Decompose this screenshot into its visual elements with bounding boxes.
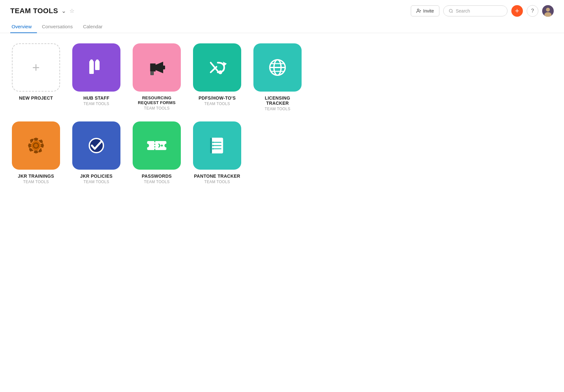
project-pantone[interactable]: PANTONE TRACKER TEAM TOOLS — [191, 121, 243, 184]
projects-grid: + New Project HUB STAFF TEAM TOOLS — [10, 43, 554, 184]
project-parent: TEAM TOOLS — [204, 102, 230, 106]
project-pdfs[interactable]: PDFs/HOW-TO's TEAM TOOLS — [191, 43, 243, 111]
project-name: New Project — [19, 95, 53, 101]
project-jkr-trainings[interactable]: JKR TRAININGS TEAM TOOLS — [10, 121, 62, 184]
project-licensing[interactable]: LICENSINGTRACKER TEAM TOOLS — [252, 43, 303, 111]
jkr-trainings-icon — [12, 121, 60, 170]
svg-point-11 — [90, 59, 93, 63]
svg-point-30 — [145, 144, 149, 147]
svg-point-41 — [212, 145, 214, 146]
avatar[interactable] — [542, 5, 554, 17]
svg-point-10 — [96, 59, 99, 63]
star-icon[interactable]: ☆ — [69, 7, 75, 14]
project-parent: TEAM TOOLS — [23, 180, 49, 184]
svg-line-4 — [452, 12, 453, 13]
main-content: + New Project HUB STAFF TEAM TOOLS — [0, 33, 564, 194]
search-placeholder: Search — [456, 8, 470, 13]
project-resourcing[interactable]: RESOURCINGREQUEST FORMS TEAM TOOLS — [131, 43, 182, 111]
project-name: JKR TRAININGS — [18, 174, 54, 179]
project-parent: TEAM TOOLS — [84, 180, 109, 184]
svg-point-17 — [218, 70, 222, 74]
tab-overview[interactable]: Overview — [10, 21, 37, 33]
svg-point-3 — [449, 9, 452, 12]
pantone-icon — [193, 121, 241, 170]
svg-rect-8 — [89, 61, 94, 74]
project-name: HUB STAFF — [84, 95, 110, 101]
tab-calendar[interactable]: Calendar — [82, 21, 108, 33]
invite-button[interactable]: Invite — [411, 5, 439, 16]
svg-point-34 — [161, 145, 163, 147]
project-name: PDFs/HOW-TO's — [198, 95, 236, 101]
pdfs-icon — [193, 43, 241, 92]
svg-point-31 — [164, 144, 168, 147]
svg-rect-36 — [210, 138, 212, 153]
svg-point-6 — [546, 8, 550, 12]
svg-point-40 — [212, 141, 214, 143]
invite-label: Invite — [423, 8, 434, 13]
passwords-icon — [133, 121, 181, 170]
svg-rect-13 — [150, 71, 154, 75]
chevron-down-icon[interactable]: ⌄ — [61, 7, 66, 14]
project-name: PASSWORDS — [142, 174, 172, 179]
tab-conversations[interactable]: Conversations — [41, 21, 78, 33]
project-name: RESOURCINGREQUEST FORMS — [138, 95, 175, 105]
project-parent: TEAM TOOLS — [144, 180, 170, 184]
svg-rect-14 — [163, 66, 165, 69]
svg-marker-12 — [150, 64, 155, 71]
invite-icon — [416, 8, 421, 13]
jkr-policies-icon — [72, 121, 120, 170]
svg-point-26 — [34, 144, 38, 147]
licensing-icon — [253, 43, 302, 92]
svg-rect-29 — [147, 141, 166, 150]
project-name: JKR POLICIES — [80, 174, 113, 179]
project-new[interactable]: + New Project — [10, 43, 62, 111]
app-header: TEAM TOOLS ⌄ ☆ Invite Search + ? — [0, 0, 564, 17]
svg-point-0 — [417, 9, 419, 11]
header-left: TEAM TOOLS ⌄ ☆ — [10, 7, 75, 15]
project-parent: TEAM TOOLS — [84, 102, 109, 106]
search-box[interactable]: Search — [443, 5, 507, 16]
project-parent: TEAM TOOLS — [265, 107, 290, 111]
search-icon — [449, 9, 453, 13]
new-project-icon: + — [12, 43, 60, 92]
project-parent: TEAM TOOLS — [204, 180, 230, 184]
project-name: PANTONE TRACKER — [194, 174, 240, 179]
hub-staff-icon — [72, 43, 120, 92]
team-title: TEAM TOOLS — [10, 7, 58, 15]
header-right: Invite Search + ? — [411, 5, 554, 17]
project-passwords[interactable]: PASSWORDS TEAM TOOLS — [131, 121, 182, 184]
svg-point-42 — [212, 148, 214, 149]
project-jkr-policies[interactable]: JKR POLICIES TEAM TOOLS — [71, 121, 122, 184]
help-button[interactable]: ? — [527, 5, 538, 17]
nav-tabs: Overview Conversations Calendar — [0, 21, 564, 33]
project-parent: TEAM TOOLS — [144, 106, 170, 111]
add-button[interactable]: + — [511, 5, 523, 17]
project-hub-staff[interactable]: HUB STAFF TEAM TOOLS — [71, 43, 122, 111]
resourcing-icon — [133, 43, 181, 92]
project-name: LICENSINGTRACKER — [265, 95, 290, 106]
